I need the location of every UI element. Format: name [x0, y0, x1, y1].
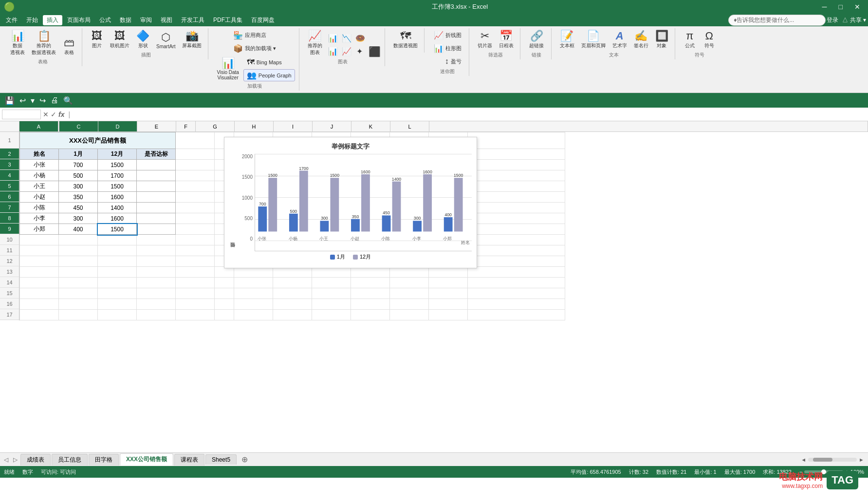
hyperlink-button[interactable]: 🔗 超链接: [527, 29, 546, 51]
line-chart-button[interactable]: 📉: [340, 32, 353, 44]
row-num-5[interactable]: 5: [0, 181, 19, 191]
line-sparkline-button[interactable]: 📈 折线图: [430, 29, 465, 41]
redo-qa-button[interactable]: ↪: [38, 95, 47, 106]
search-bar[interactable]: ♦ 告诉我您想要做什么...: [728, 15, 826, 26]
col-header-i[interactable]: I: [274, 121, 313, 131]
header-jan[interactable]: 1月: [59, 149, 98, 160]
row-num-3[interactable]: 3: [0, 159, 19, 170]
table-title-cell[interactable]: XXX公司产品销售额: [20, 132, 176, 149]
cell-a7[interactable]: 小陈: [20, 203, 59, 213]
chart-container[interactable]: 举例标题文字 销售额 0 500 1000 1500 2000: [224, 137, 477, 268]
print-preview-button[interactable]: 🖨: [50, 95, 59, 106]
row-num-17[interactable]: 17: [0, 309, 19, 320]
object-button[interactable]: 🔲 对象: [653, 29, 671, 51]
menu-insert[interactable]: 插入: [43, 15, 62, 25]
cell-reference-input[interactable]: A2: [2, 110, 41, 119]
cell-a5[interactable]: 小王: [20, 181, 59, 192]
signature-button[interactable]: ✍ 签名行: [631, 29, 651, 51]
slicer-button[interactable]: ✂ 切片器: [475, 29, 495, 51]
col-header-f[interactable]: F: [176, 121, 196, 131]
tab-yuangongxinxi[interactable]: 员工信息: [52, 454, 88, 466]
picture-button[interactable]: 🖼 图片: [88, 29, 106, 51]
confirm-formula-icon[interactable]: ✓: [51, 111, 56, 118]
minimize-button[interactable]: ─: [818, 2, 831, 12]
tab-tianzige[interactable]: 田字格: [89, 454, 119, 466]
cell-a8[interactable]: 小李: [20, 213, 59, 224]
screenshot-button[interactable]: 📸 屏幕截图: [180, 29, 204, 51]
undo-dropdown-button[interactable]: ▾: [30, 95, 36, 106]
close-button[interactable]: ✕: [850, 2, 864, 12]
menu-pagelayout[interactable]: 页面布局: [63, 15, 94, 25]
col-header-e[interactable]: E: [137, 121, 176, 131]
col-header-g[interactable]: G: [196, 121, 235, 131]
cell-d5[interactable]: 1500: [98, 181, 137, 192]
tab-scroll-left[interactable]: ◁: [2, 455, 10, 464]
col-header-d[interactable]: D: [98, 121, 137, 131]
add-sheet-button[interactable]: ⊕: [238, 453, 252, 466]
customize-qa-button[interactable]: 🔍: [62, 95, 74, 106]
restore-button[interactable]: □: [835, 2, 847, 12]
tab-scroll-right[interactable]: ▷: [11, 455, 19, 464]
menu-pdf[interactable]: PDF工具集: [209, 15, 246, 25]
menu-formula[interactable]: 公式: [95, 15, 115, 25]
cell-e1[interactable]: [176, 132, 215, 149]
cell-d7[interactable]: 1400: [98, 203, 137, 213]
cell-c9[interactable]: 400: [59, 224, 98, 235]
row-num-2[interactable]: 2: [0, 149, 19, 159]
symbol-button[interactable]: Ω 符号: [701, 29, 718, 51]
recommended-charts-button[interactable]: 📈 推荐的图表: [305, 29, 325, 57]
cell-a6[interactable]: 小赵: [20, 192, 59, 203]
row-num-6[interactable]: 6: [0, 191, 19, 202]
col-header-j[interactable]: J: [313, 121, 351, 131]
cell-d3[interactable]: 1500: [98, 160, 137, 170]
cell-e5[interactable]: [137, 181, 176, 192]
row-num-8[interactable]: 8: [0, 213, 19, 224]
row-num-4[interactable]: 4: [0, 170, 19, 181]
pie-chart-button[interactable]: 🍩: [354, 32, 367, 44]
row-num-15[interactable]: 15: [0, 288, 19, 299]
row-num-11[interactable]: 11: [0, 245, 19, 256]
tab-chengjibiao[interactable]: 成绩表: [20, 454, 51, 466]
tab-xxx-sales[interactable]: XXX公司销售额: [120, 453, 173, 466]
formula-input[interactable]: 姓名: [74, 110, 866, 119]
menu-file[interactable]: 文件: [2, 15, 21, 25]
menu-view[interactable]: 视图: [157, 15, 176, 25]
header-footer-button[interactable]: 📄 页眉和页脚: [579, 29, 608, 51]
scroll-right-btn[interactable]: ►: [859, 457, 864, 463]
col-header-k[interactable]: K: [351, 121, 390, 131]
col-header-l[interactable]: L: [390, 121, 429, 131]
winloss-sparkline-button[interactable]: ↕ 盈亏: [442, 56, 465, 67]
cell-e3[interactable]: [137, 160, 176, 170]
chart-expand-icon[interactable]: ⬛: [369, 46, 381, 57]
cell-a9[interactable]: 小郑: [20, 224, 59, 235]
menu-developer[interactable]: 开发工具: [177, 15, 208, 25]
horizontal-scrollbar[interactable]: [808, 458, 857, 462]
menu-review[interactable]: 审阅: [136, 15, 156, 25]
scatter-chart-button[interactable]: ✦: [354, 45, 366, 57]
row-num-16[interactable]: 16: [0, 299, 19, 309]
cell-c6[interactable]: 350: [59, 192, 98, 203]
cell-rest2[interactable]: [468, 149, 565, 160]
visio-button[interactable]: 📊 Visio DataVisualizer: [214, 56, 241, 82]
insert-function-icon[interactable]: fx: [58, 111, 64, 118]
recommended-pivot-button[interactable]: 📋 推荐的数据透视表: [29, 29, 58, 57]
table-button[interactable]: 🗃 表格: [60, 36, 78, 57]
cell-rest1[interactable]: [468, 132, 565, 149]
cell-c8[interactable]: 300: [59, 213, 98, 224]
app-store-button[interactable]: 🏪 应用商店: [230, 29, 270, 41]
col-header-a[interactable]: A: [19, 121, 58, 131]
login-button[interactable]: 登录: [827, 16, 838, 24]
header-name[interactable]: 姓名: [20, 149, 59, 160]
menu-data[interactable]: 数据: [116, 15, 135, 25]
bing-maps-button[interactable]: 🗺 Bing Maps: [243, 56, 295, 68]
cell-a3[interactable]: 小张: [20, 160, 59, 170]
cell-e9[interactable]: [137, 224, 176, 235]
tab-kechengbiao[interactable]: 课程表: [174, 454, 204, 466]
cell-c3[interactable]: 700: [59, 160, 98, 170]
row-num-13[interactable]: 13: [0, 266, 19, 277]
cell-d6[interactable]: 1600: [98, 192, 137, 203]
header-reach[interactable]: 是否达标: [137, 149, 176, 160]
col-header-c[interactable]: C: [59, 121, 98, 131]
cell-e2[interactable]: [176, 149, 215, 160]
people-graph-button[interactable]: 👥 People Graph: [243, 69, 295, 81]
